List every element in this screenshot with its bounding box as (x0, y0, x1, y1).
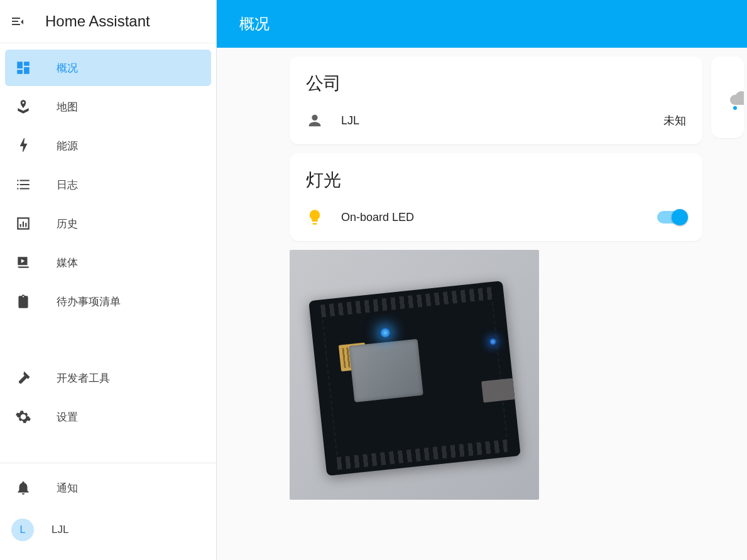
row-value: 未知 (663, 113, 686, 128)
person-icon (306, 112, 324, 129)
sidebar-item-user[interactable]: L LJL (5, 509, 211, 551)
row-label: LJL (341, 114, 646, 127)
bell-icon (15, 480, 31, 496)
main: 概况 公司 LJL 未知 灯光 On-board (217, 0, 747, 560)
card-title: 公司 (290, 57, 702, 103)
gear-icon (15, 409, 31, 425)
sidebar-item-label: 地图 (57, 100, 78, 114)
sidebar-item-label: 能源 (57, 139, 78, 153)
sidebar-item-overview[interactable]: 概况 (5, 50, 211, 86)
sidebar-item-todo[interactable]: 待办事项清单 (5, 283, 211, 320)
card-weather-peek[interactable] (711, 57, 744, 138)
card-lights: 灯光 On-board LED (290, 153, 702, 241)
dashboard-icon (15, 60, 31, 76)
light-switch[interactable] (657, 211, 686, 223)
sidebar-footer: 通知 L LJL (0, 463, 216, 560)
lightbulb-icon (306, 208, 324, 226)
sidebar-item-devtools[interactable]: 开发者工具 (5, 360, 211, 396)
row-label: On-board LED (341, 211, 640, 224)
sidebar-item-label: 设置 (57, 410, 78, 424)
sidebar-item-energy[interactable]: 能源 (5, 127, 211, 164)
sidebar-header: Home Assistant (0, 0, 216, 43)
menu-collapse-icon[interactable] (10, 14, 25, 29)
map-pin-icon (15, 99, 31, 115)
presence-row[interactable]: LJL 未知 (290, 103, 702, 144)
clipboard-icon (15, 293, 31, 310)
avatar: L (11, 519, 34, 541)
sidebar-item-label: 历史 (57, 217, 78, 231)
sidebar-item-media[interactable]: 媒体 (5, 244, 211, 281)
sidebar-item-history[interactable]: 历史 (5, 205, 211, 242)
svg-point-0 (733, 106, 737, 110)
card-title: 灯光 (290, 153, 702, 200)
page-title: 概况 (239, 15, 270, 32)
media-icon (15, 254, 31, 271)
app-title: Home Assistant (45, 13, 150, 30)
sidebar-item-label: 待办事项清单 (57, 294, 121, 309)
sidebar-item-label: 开发者工具 (57, 371, 110, 385)
sidebar-item-label: 通知 (57, 481, 78, 495)
camera-card[interactable] (290, 250, 539, 500)
hammer-icon (15, 370, 31, 386)
topbar: 概况 (217, 0, 747, 48)
chart-icon (15, 215, 31, 232)
board-image (308, 281, 521, 476)
sidebar-nav: 概况 地图 能源 日志 历史 (0, 43, 216, 463)
card-presence: 公司 LJL 未知 (290, 57, 702, 144)
sidebar-item-label: 概况 (57, 61, 78, 75)
sidebar-item-label: 日志 (57, 178, 78, 192)
sidebar-item-map[interactable]: 地图 (5, 89, 211, 125)
sidebar-item-notifications[interactable]: 通知 (5, 470, 211, 506)
sidebar-item-label: 媒体 (57, 256, 78, 270)
content: 公司 LJL 未知 灯光 On-board LED (217, 48, 747, 509)
sidebar: Home Assistant 概况 地图 能源 日志 (0, 0, 217, 560)
light-row[interactable]: On-board LED (290, 200, 702, 241)
bolt-icon (15, 137, 31, 154)
list-icon (15, 176, 31, 193)
sidebar-item-settings[interactable]: 设置 (5, 399, 211, 435)
sidebar-item-logs[interactable]: 日志 (5, 166, 211, 203)
user-name: LJL (52, 524, 68, 536)
